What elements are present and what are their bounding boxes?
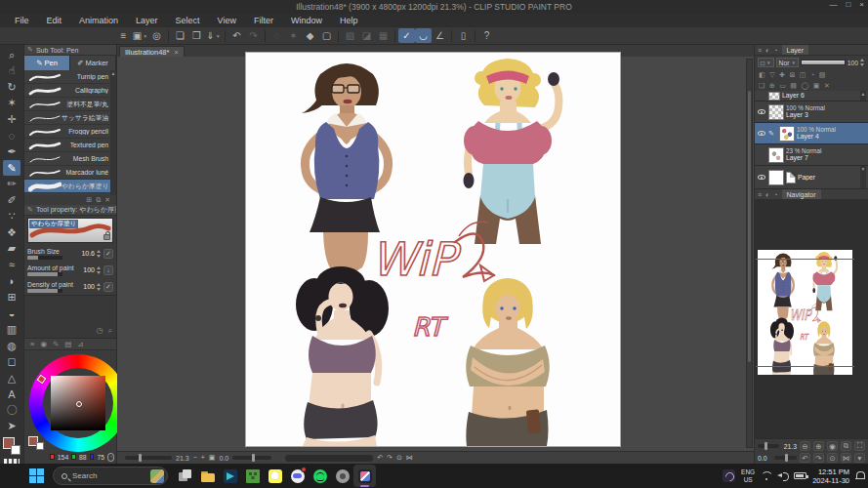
color-slider-icon[interactable]: ✎ [53, 340, 59, 348]
brush-list-scrollbar[interactable]: ▲ [110, 70, 116, 195]
color-wheel-icon[interactable]: ◉ [40, 340, 47, 348]
brush-item[interactable]: やわらか厚塗り [24, 180, 116, 193]
menu-select[interactable]: Select [167, 16, 209, 25]
nav-zoom-in-icon[interactable]: ⊕ [813, 441, 824, 451]
selection-border-icon[interactable]: ▢ [318, 28, 335, 43]
pencil-tool[interactable]: ✏ [3, 176, 21, 192]
layer-thumbnail[interactable] [768, 170, 784, 185]
canvas-tab[interactable]: Illustration48* × [119, 46, 185, 57]
navigator-zoom-slider[interactable] [758, 444, 779, 448]
frame-border-tool[interactable]: ⊞ [3, 289, 21, 305]
property-spinner[interactable] [97, 249, 102, 259]
file-explorer-button[interactable] [196, 465, 219, 487]
tablet-mode-icon[interactable]: ▯ [455, 28, 472, 43]
layer-row[interactable]: Paper▼ [755, 166, 868, 189]
fill-tool[interactable]: ◒ [3, 305, 21, 322]
pen-tool[interactable]: ✎ [3, 160, 21, 177]
rotate-right-icon[interactable]: ↷ [387, 454, 393, 462]
task-view-button[interactable] [174, 465, 196, 487]
nav-fit-icon[interactable]: ◉ [827, 441, 838, 451]
tool-switch-icon[interactable]: ▣▼ [132, 28, 148, 43]
subtool-tab-pen[interactable]: ✎Pen [24, 56, 70, 70]
subtool-tab-marker[interactable]: ✐Marker [70, 56, 116, 70]
layer-row[interactable]: ✎100 % NormalLayer 4 [755, 123, 868, 144]
brush-item[interactable]: 塗料不足筆/丸 [24, 98, 116, 111]
color-menu-icon[interactable]: ≡ [30, 340, 34, 348]
brush-item[interactable]: Marcador luné [24, 166, 116, 180]
hand-tool[interactable]: ☝ [3, 63, 21, 80]
layer-action-icon-2-1[interactable]: ⊕ [769, 82, 775, 90]
layer-scroll-down[interactable]: ▼ [860, 166, 866, 188]
opacity-spinner[interactable] [860, 58, 865, 67]
decoration-tool[interactable]: ❖ [3, 224, 21, 241]
airbrush-tool[interactable]: ∵ [3, 208, 21, 224]
layer-filter-dropdown[interactable]: □▼ [758, 58, 774, 67]
start-button[interactable] [29, 468, 45, 484]
spotify-app-button[interactable] [309, 465, 331, 487]
maximize-button[interactable]: □ [846, 0, 850, 9]
layer-action-icon-2-5[interactable]: ▣ [813, 82, 820, 90]
gradient-tool[interactable]: ▥ [3, 321, 21, 338]
layer-action-icon-1-4[interactable]: ◫ [800, 71, 806, 79]
layer-visibility-cell[interactable] [757, 131, 766, 136]
fit-screen-icon[interactable]: ▣ [209, 454, 216, 462]
wifi-icon[interactable] [761, 471, 771, 480]
background-color-swatch[interactable] [36, 442, 44, 450]
background-color-swatch[interactable] [11, 445, 21, 455]
volume-icon[interactable] [777, 471, 788, 480]
rotate-canvas-tool[interactable]: ↻ [3, 79, 21, 96]
layer-row[interactable]: 100 % NormalLayer 3 [755, 102, 868, 123]
auto-select-tool[interactable]: ✶ [3, 96, 21, 112]
canvas-vertical-scrollbar[interactable] [746, 59, 753, 448]
property-toggle-button[interactable]: ↓ [103, 265, 113, 275]
nav-100-icon[interactable]: ⧉ [841, 441, 851, 451]
nav-tab2-icon[interactable]: ◐ [765, 191, 769, 198]
save-file-icon[interactable]: ⇓▼ [205, 28, 222, 43]
property-slider[interactable] [27, 272, 62, 276]
blend-mode-dropdown[interactable]: Nor▼ [776, 58, 799, 67]
delete-subtool-icon[interactable]: ✕ [104, 196, 110, 204]
layer-row[interactable]: Layer 6▲ [755, 91, 868, 102]
open-file-icon[interactable]: ❒ [188, 28, 205, 43]
layer-menu-icon[interactable]: ≡ [758, 47, 762, 54]
color-mixer-icon[interactable]: ◔ [107, 453, 114, 462]
search-box[interactable]: Search [53, 467, 168, 485]
canvas-horizontal-scrollbar[interactable] [285, 455, 373, 462]
nav-flip-icon[interactable]: ⋈ [841, 453, 851, 463]
snap-grid-icon[interactable]: ∠ [432, 28, 448, 43]
battery-icon[interactable] [794, 472, 806, 479]
menu-edit[interactable]: Edit [38, 16, 71, 25]
undo-icon[interactable]: ↶ [228, 28, 245, 43]
snap-ruler-icon[interactable]: ✓ [398, 28, 415, 43]
canvas-rotation-slider[interactable] [232, 456, 271, 460]
brush-tool[interactable]: ✐ [3, 192, 21, 209]
property-spinner[interactable] [97, 265, 102, 275]
menu-window[interactable]: Window [282, 16, 331, 25]
navigator-thumbnail[interactable]: WiP RT [758, 250, 852, 375]
nav-more-icon[interactable]: ▾ [854, 453, 865, 463]
layer-thumbnail[interactable] [768, 147, 784, 163]
notification-bell-icon[interactable] [855, 471, 864, 480]
minecraft-app-button[interactable] [241, 465, 264, 487]
layer-action-icon-1-6[interactable]: ▨ [819, 71, 826, 79]
tab-navigator[interactable]: Navigator [782, 189, 821, 199]
new-file-icon[interactable]: ❏ [172, 28, 188, 43]
eraser-tool[interactable]: ▰ [3, 241, 21, 258]
minimize-button[interactable]: — [829, 0, 837, 9]
layer-action-icon-2-6[interactable]: ✕ [824, 82, 830, 90]
zoom-tool[interactable]: ⌕ [3, 47, 21, 63]
nav-menu-icon[interactable]: ≡ [758, 191, 762, 198]
lasso-tool[interactable]: ◌ [3, 128, 21, 144]
rotate-left-icon[interactable]: ↶ [377, 454, 383, 462]
layer-action-icon-2-3[interactable]: ▤ [790, 82, 797, 90]
nav-zoom-out-icon[interactable]: ⊖ [800, 441, 810, 451]
brush-item[interactable]: Calligraphy [24, 84, 116, 98]
move-tool[interactable]: ✛ [3, 111, 21, 128]
brush-preview[interactable]: やわらか厚塗り [27, 218, 113, 243]
discord-app-button[interactable] [286, 465, 309, 487]
property-slider[interactable] [27, 289, 62, 293]
clock[interactable]: 12:51 PM 2024-11-30 [812, 468, 849, 485]
layer-scroll-up[interactable]: ▲ [860, 91, 866, 101]
brush-item[interactable]: Textured pen [24, 139, 116, 152]
text-tool[interactable]: A [3, 386, 21, 402]
